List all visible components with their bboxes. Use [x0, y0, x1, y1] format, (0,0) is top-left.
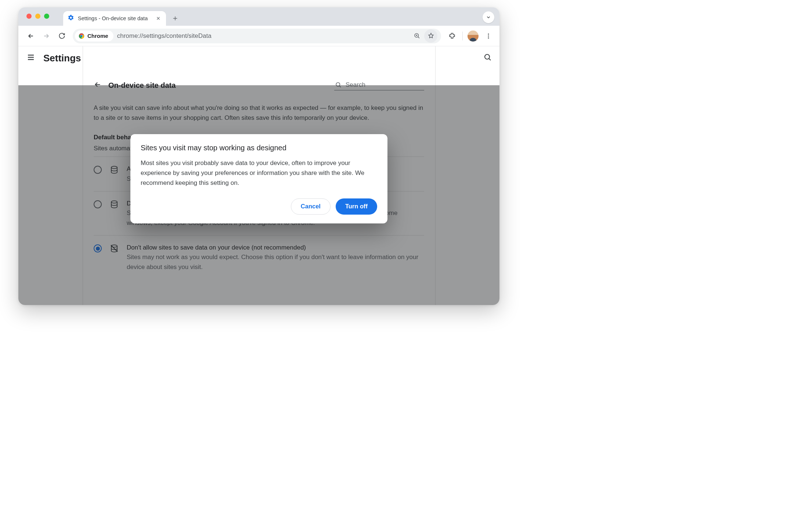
dialog-title: Sites you visit may stop working as desi…: [141, 144, 377, 152]
browser-toolbar: Chrome chrome://settings/content/siteDat…: [18, 26, 499, 46]
back-button[interactable]: [24, 29, 38, 43]
dialog-actions: Cancel Turn off: [141, 198, 377, 215]
toolbar-separator: [462, 32, 463, 40]
window-controls: [26, 14, 49, 19]
close-window-button[interactable]: [26, 14, 32, 19]
settings-gear-icon: [68, 14, 74, 22]
minimize-window-button[interactable]: [35, 14, 40, 19]
svg-point-3: [488, 33, 489, 35]
address-bar[interactable]: Chrome chrome://settings/content/siteDat…: [73, 29, 441, 43]
tab-list-dropdown[interactable]: [483, 11, 494, 23]
tab-settings[interactable]: Settings - On-device site data: [63, 11, 166, 26]
extensions-icon[interactable]: [445, 29, 459, 43]
bookmark-icon[interactable]: [424, 29, 437, 43]
cancel-button[interactable]: Cancel: [291, 198, 331, 215]
tabs: Settings - On-device site data: [63, 7, 181, 26]
dialog-body: Most sites you visit probably save data …: [141, 158, 377, 188]
svg-point-4: [488, 35, 489, 36]
settings-appbar: Settings: [18, 46, 499, 70]
close-tab-icon[interactable]: [155, 15, 162, 22]
confirm-dialog: Sites you visit may stop working as desi…: [130, 134, 387, 223]
menu-icon[interactable]: [481, 29, 496, 43]
forward-button[interactable]: [39, 29, 54, 43]
tab-strip: Settings - On-device site data: [18, 7, 499, 26]
url-text: chrome://settings/content/siteData: [117, 32, 407, 40]
hamburger-menu-icon[interactable]: [26, 53, 35, 63]
tab-title: Settings - On-device site data: [78, 15, 148, 21]
turn-off-button[interactable]: Turn off: [336, 198, 377, 215]
fullscreen-window-button[interactable]: [44, 14, 49, 19]
new-tab-button[interactable]: [170, 13, 181, 24]
profile-avatar[interactable]: [466, 29, 480, 43]
appbar-search-icon[interactable]: [483, 53, 492, 63]
site-chip-label: Chrome: [87, 33, 108, 39]
reload-button[interactable]: [54, 29, 69, 43]
appbar-title: Settings: [43, 53, 81, 64]
svg-point-5: [488, 37, 489, 38]
zoom-icon[interactable]: [410, 29, 423, 43]
browser-window: Settings - On-device site data: [18, 7, 499, 305]
site-chip[interactable]: Chrome: [75, 31, 113, 42]
svg-point-6: [485, 54, 490, 59]
omnibox-actions: [410, 29, 437, 43]
